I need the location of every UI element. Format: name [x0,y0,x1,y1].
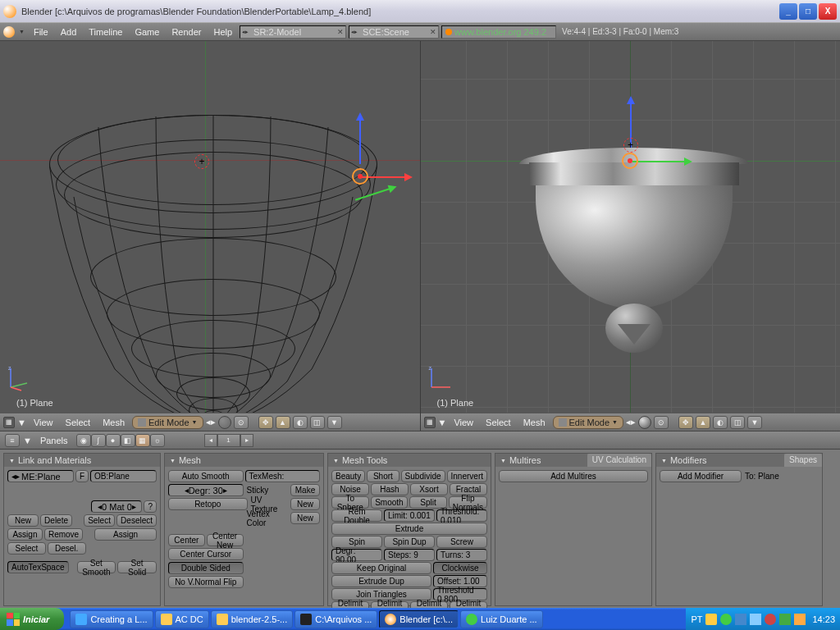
setsmooth-button[interactable]: Set Smooth [77,561,116,573]
view-menu[interactable]: View [449,416,478,429]
gizmo-center[interactable] [352,168,368,185]
delete-button[interactable]: Delete [40,514,72,527]
extrudedup-button[interactable]: Extrude Dup [331,575,431,587]
pivot-icon[interactable]: ⊙ [234,416,249,429]
tray-icon[interactable] [750,614,761,625]
orientation-selector[interactable]: ▼ [747,416,762,429]
pivot-icon[interactable]: ⊙ [654,416,669,429]
chevron-down-icon[interactable]: ▼ [17,29,26,34]
mode-selector[interactable]: Edit Mode ▼ [553,416,623,429]
context-scene-icon[interactable]: ☼ [150,434,165,447]
blender-icon[interactable] [3,26,15,38]
short-button[interactable]: Short [367,470,399,482]
manipulator-toggle[interactable]: ✥ [678,416,693,429]
taskbar-app-1[interactable]: Creating a L... [70,610,153,628]
chevron-down-icon[interactable]: ▼ [17,418,26,427]
timeline-menu[interactable]: Timeline [84,25,127,39]
shading-wireframe-icon[interactable] [218,416,231,429]
screen-selector[interactable]: ◂▸ SR:2-Model ✕ [240,25,346,39]
context-script-icon[interactable]: ∫ [91,434,106,447]
chevron-icon[interactable]: ◂▸ [626,417,636,427]
collapse-icon[interactable]: ▼ [170,458,176,463]
taskbar-app-blender[interactable]: Blender [c:\... [379,610,459,628]
select-vg-button[interactable]: Select [7,542,46,555]
clockwise-button[interactable]: Clockwise [433,562,487,574]
assign-mat-button[interactable]: Assign [94,528,157,541]
gizmo-x-axis[interactable] [632,161,690,162]
steps-field[interactable]: Steps: 9 [384,549,435,561]
desel-button[interactable]: Desel. [48,542,86,555]
mesh-menu[interactable]: Mesh [98,416,130,429]
blender-url[interactable]: www.blender.org 249.2 [441,25,556,39]
delete-scene-icon[interactable]: ✕ [430,28,436,36]
select-button[interactable]: Select [84,514,115,527]
chevron-down-icon[interactable]: ▼ [23,436,32,445]
chevron-down-icon[interactable]: ▼ [438,418,447,427]
add-multires-button[interactable]: Add Multires [499,470,648,482]
gizmo-z-axis[interactable] [359,115,361,164]
help-menu[interactable]: Help [208,25,237,39]
degr90-field[interactable]: Degr: 90.00 [331,549,382,561]
retopo-button[interactable]: Retopo [168,498,248,510]
centercursor-button[interactable]: Center Cursor [168,548,244,560]
spindup-button[interactable]: Spin Dup [384,536,435,548]
rotate-manipulator[interactable]: ◐ [713,416,728,429]
add-modifier-button[interactable]: Add Modifier [660,470,742,482]
mode-selector[interactable]: Edit Mode ▼ [132,416,203,429]
orientation-selector[interactable]: ▼ [327,416,342,429]
editor-type-icon[interactable]: ≡ [5,434,20,447]
shading-solid-icon[interactable] [638,416,651,429]
xsort-button[interactable]: Xsort [410,483,448,495]
context-logic-icon[interactable]: ◉ [76,434,91,447]
game-menu[interactable]: Game [130,25,164,39]
keeporig-button[interactable]: Keep Original [331,562,431,574]
clock[interactable]: 14:23 [812,614,835,624]
select-menu[interactable]: Select [481,416,516,429]
shapes-tab[interactable]: Shapes [784,454,822,467]
innervert-button[interactable]: Innervert [447,470,487,482]
setsolid-button[interactable]: Set Solid [117,561,157,573]
tray-icon[interactable] [765,614,776,625]
centernew-button[interactable]: Center New [207,534,244,546]
prev-icon[interactable]: ◂ [204,434,217,447]
editor-type-icon[interactable]: ▦ [424,417,436,428]
beauty-button[interactable]: Beauty [331,470,365,482]
panel-pager[interactable]: ◂ 1 ▸ [204,434,253,447]
scene-selector[interactable]: ◂▸ SCE:Scene ✕ [349,25,439,39]
f-button[interactable]: F [75,470,89,482]
tray-icon[interactable] [720,614,732,625]
taskbar-app-6[interactable]: Luiz Duarte ... [460,610,542,628]
minimize-button[interactable]: _ [779,3,797,20]
delete-screen-icon[interactable]: ✕ [337,28,344,36]
editor-type-icon[interactable]: ▦ [3,417,15,428]
taskbar-app-4[interactable]: C:\Arquivos ... [294,610,377,628]
taskbar-app-3[interactable]: blender-2.5-... [211,610,293,628]
add-menu[interactable]: Add [56,25,82,39]
gizmo-x-axis[interactable] [361,176,410,178]
doublesided-button[interactable]: Double Sided [168,562,244,574]
context-object-icon[interactable]: ◧ [121,434,135,447]
file-menu[interactable]: File [29,25,53,39]
language-indicator[interactable]: PT [691,614,702,624]
texmesh-field[interactable]: TexMesh: [245,470,321,482]
ob-field[interactable]: OB:Plane [90,470,157,482]
new-vcol-button[interactable]: New [290,512,320,524]
center-button[interactable]: Center [168,534,205,546]
assign-button[interactable]: Assign [7,528,43,541]
collapse-icon[interactable]: ▼ [9,458,15,463]
deselect-button[interactable]: Deselect [116,514,157,527]
taskbar-app-2[interactable]: AC DC [155,610,209,628]
scale-manipulator[interactable]: ◫ [310,416,325,429]
context-editing-icon[interactable]: ▦ [135,434,150,447]
context-shading-icon[interactable]: ● [106,434,121,447]
next-icon[interactable]: ▸ [240,434,253,447]
make-button[interactable]: Make [290,484,320,496]
translate-manipulator[interactable]: ▲ [276,416,290,429]
tray-icon[interactable] [794,614,806,625]
me-field[interactable]: ◂▸ ME:Plane [7,470,74,482]
manipulator-toggle[interactable]: ✥ [258,416,273,429]
close-button[interactable]: X [819,3,837,20]
view-menu[interactable]: View [29,416,58,429]
limit-field[interactable]: Limit: 0.001 [384,509,435,522]
scale-manipulator[interactable]: ◫ [730,416,745,429]
